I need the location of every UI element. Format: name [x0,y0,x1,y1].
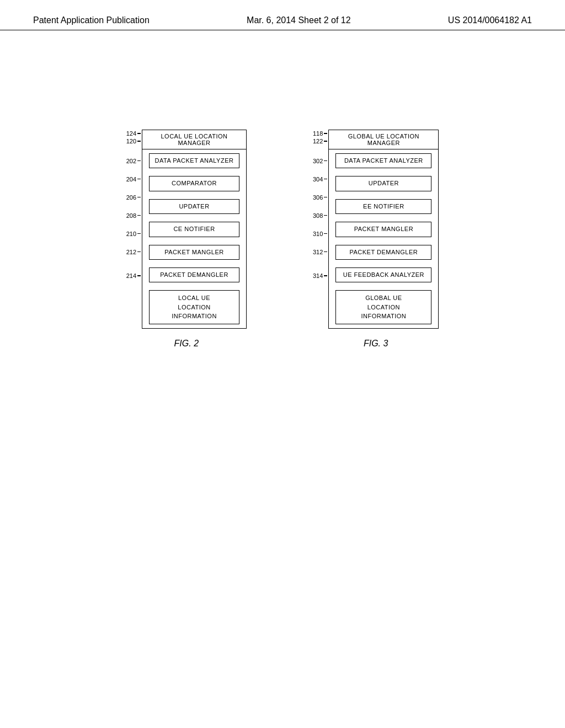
fig2-wrapper: 124 120 202 204 206 [126,130,247,349]
fig3-tick-labels: 118 122 302 304 306 [313,130,327,291]
fig3-label-302: 302 [313,158,323,164]
fig2-tick-labels: 124 120 202 204 206 [126,130,141,291]
fig3-label-312: 312 [313,249,323,255]
fig3-subbox-310: PACKET DEMANGLER [335,245,431,260]
fig2-label-210: 210 [126,231,136,237]
fig2-label-124: 124 [126,130,136,137]
fig2-label-214: 214 [126,272,136,279]
fig3-label: FIG. 3 [364,339,388,349]
fig3-wrapper: 118 122 302 304 306 [313,130,439,349]
fig2-subbox-210: PACKET MANGLER [149,245,239,260]
page-header: Patent Application Publication Mar. 6, 2… [0,0,565,30]
fig2-label-204: 204 [126,176,136,183]
fig3-subbox-308: PACKET MANGLER [335,222,431,237]
fig3-label-306: 306 [313,194,323,201]
header-right: US 2014/0064182 A1 [448,15,532,25]
fig3-container: 118 122 302 304 306 [313,130,439,329]
fig2-subbox-202: DATA PACKET ANALYZER [149,153,239,168]
fig3-label-122: 122 [313,138,323,144]
fig3-label-304: 304 [313,176,323,183]
fig2-label: FIG. 2 [174,339,199,349]
fig2-subbox-212: PACKET DEMANGLER [149,267,239,282]
fig2-title: LOCAL UE LOCATION MANAGER [142,130,246,149]
fig2-label-208: 208 [126,212,136,219]
fig3-subbox-304: UPDATER [335,176,431,191]
fig3-subbox-314: GLOBAL UELOCATIONINFORMATION [335,290,431,324]
main-content: 124 120 202 204 206 [0,30,565,349]
fig2-label-120: 120 [126,138,136,144]
fig3-box: GLOBAL UE LOCATION MANAGER DATA PACKET A… [328,130,439,329]
fig2-container: 124 120 202 204 206 [126,130,247,329]
fig3-label-314: 314 [313,272,323,279]
header-left: Patent Application Publication [33,15,150,25]
fig3-label-308: 308 [313,212,323,219]
fig2-label-202: 202 [126,158,136,164]
fig3-label-310: 310 [313,231,323,237]
fig3-subbox-312: UE FEEDBACK ANALYZER [335,267,431,282]
fig3-subbox-306: EE NOTIFIER [335,199,431,214]
fig2-subbox-204: COMPARATOR [149,176,239,191]
fig2-label-206: 206 [126,194,136,201]
fig2-subbox-206: UPDATER [149,199,239,214]
fig2-subbox-214: LOCAL UELOCATIONINFORMATION [149,290,239,324]
fig3-label-118: 118 [313,130,323,137]
fig3-title: GLOBAL UE LOCATION MANAGER [329,130,438,149]
fig2-label-212: 212 [126,249,136,255]
fig3-subbox-302: DATA PACKET ANALYZER [335,153,431,168]
fig2-box: LOCAL UE LOCATION MANAGER DATA PACKET AN… [142,130,247,329]
header-center: Mar. 6, 2014 Sheet 2 of 12 [247,15,351,25]
fig2-subbox-208: CE NOTIFIER [149,222,239,237]
